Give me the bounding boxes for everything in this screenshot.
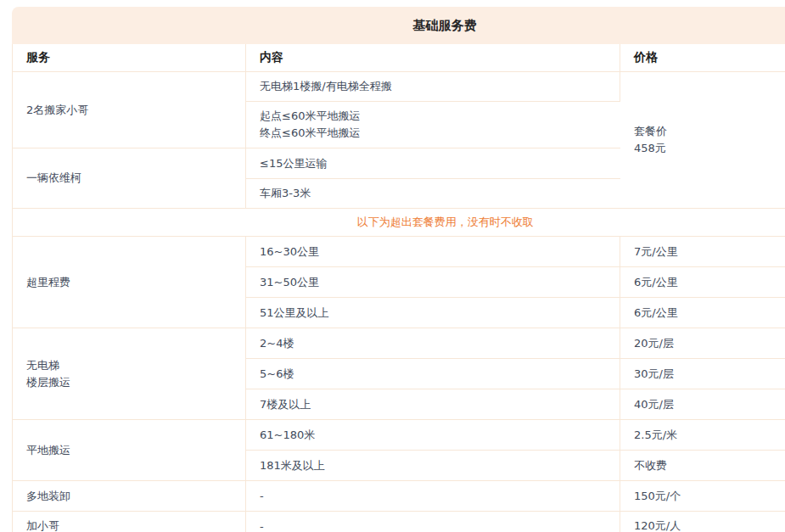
table-title: 基础服务费 <box>12 7 785 44</box>
cell-service-floor: 无电梯 楼层搬运 <box>13 328 246 420</box>
floor-price-1: 20元/层 <box>620 328 785 359</box>
cell-service-flat: 平地搬运 <box>13 420 246 481</box>
package-row-1: 2名搬家小哥 无电梯1楼搬/有电梯全程搬 套餐价 458元 <box>13 72 785 102</box>
cell-service-multi-site: 多地装卸 <box>13 481 246 512</box>
flat-carry-end: 终点≤60米平地搬运 <box>260 125 620 142</box>
cell-service-mileage: 超里程费 <box>13 237 246 328</box>
floor-price-2: 30元/层 <box>620 359 785 389</box>
flat-row-1: 平地搬运 61~180米 2.5元/米 <box>13 420 785 451</box>
cell-content-van-size: 车厢3-3米 <box>246 179 620 209</box>
floor-content-3: 7楼及以上 <box>246 389 620 420</box>
floor-row-1: 无电梯 楼层搬运 2~4楼 20元/层 <box>13 328 785 359</box>
mileage-content-3: 51公里及以上 <box>246 298 620 328</box>
flat-price-1: 2.5元/米 <box>620 420 785 451</box>
package-price-value: 458元 <box>634 140 785 157</box>
extra-worker-row: 加小哥 - 120元/人 <box>13 512 785 532</box>
column-header-row: 服务 内容 价格 <box>13 44 785 72</box>
extra-worker-content: - <box>246 512 620 532</box>
floor-content-2: 5~6楼 <box>246 359 620 389</box>
floor-price-3: 40元/层 <box>620 389 785 420</box>
cell-service-van: 一辆依维柯 <box>13 148 246 209</box>
flat-content-1: 61~180米 <box>246 420 620 451</box>
cell-service-workers: 2名搬家小哥 <box>13 72 246 148</box>
mileage-row-1: 超里程费 16~30公里 7元/公里 <box>13 237 785 267</box>
base-service-fee-table: 服务 内容 价格 2名搬家小哥 无电梯1楼搬/有电梯全程搬 套餐价 458元 起… <box>12 44 785 532</box>
extra-fee-banner: 以下为超出套餐费用，没有时不收取 <box>13 209 785 237</box>
mileage-price-1: 7元/公里 <box>620 237 785 267</box>
cell-content-transport: ≤15公里运输 <box>246 148 620 179</box>
extra-worker-price: 120元/人 <box>620 512 785 532</box>
col-header-price: 价格 <box>620 44 785 72</box>
multi-site-price: 150元/个 <box>620 481 785 512</box>
package-price-label: 套餐价 <box>634 123 785 140</box>
floor-content-1: 2~4楼 <box>246 328 620 359</box>
floor-label-line2: 楼层搬运 <box>26 374 245 391</box>
col-header-service: 服务 <box>13 44 246 72</box>
flat-carry-start: 起点≤60米平地搬运 <box>260 108 620 125</box>
cell-content-flat-carry: 起点≤60米平地搬运 终点≤60米平地搬运 <box>246 102 620 148</box>
col-header-content: 内容 <box>246 44 620 72</box>
pricing-table: 基础服务费 服务 内容 价格 2名搬家小哥 无电梯1楼搬/有电梯全程搬 套餐价 … <box>12 7 785 532</box>
mileage-price-2: 6元/公里 <box>620 267 785 298</box>
cell-content-elevator: 无电梯1楼搬/有电梯全程搬 <box>246 72 620 102</box>
cell-service-extra-worker: 加小哥 <box>13 512 246 532</box>
banner-row: 以下为超出套餐费用，没有时不收取 <box>13 209 785 237</box>
mileage-price-3: 6元/公里 <box>620 298 785 328</box>
mileage-content-1: 16~30公里 <box>246 237 620 267</box>
mileage-content-2: 31~50公里 <box>246 267 620 298</box>
flat-content-2: 181米及以上 <box>246 451 620 481</box>
multi-site-row: 多地装卸 - 150元/个 <box>13 481 785 512</box>
flat-price-2: 不收费 <box>620 451 785 481</box>
cell-package-price: 套餐价 458元 <box>620 72 785 209</box>
multi-site-content: - <box>246 481 620 512</box>
floor-label-line1: 无电梯 <box>26 357 245 374</box>
